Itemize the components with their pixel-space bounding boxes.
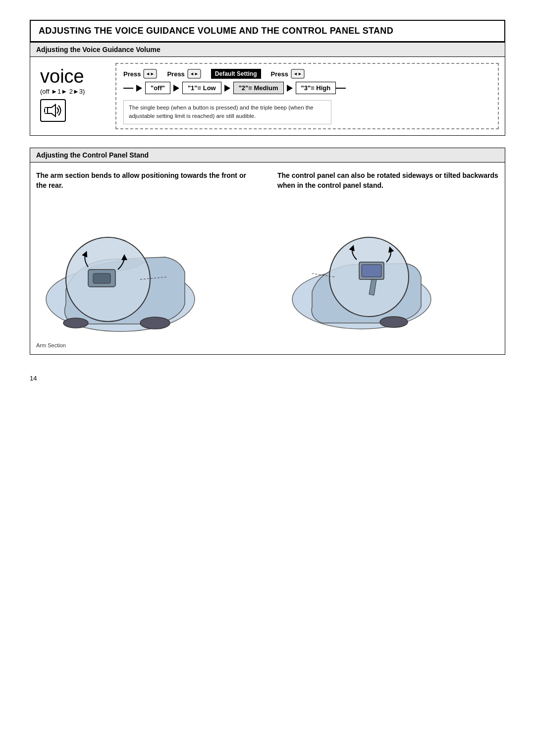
press-label-3: Press: [271, 70, 288, 78]
voice-icon-box: [40, 99, 66, 122]
voice-guidance-layout: voice (off ►1► 2►3): [36, 63, 499, 129]
voice-guidance-content: voice (off ►1► 2►3): [30, 57, 505, 135]
voice-left-panel: voice (off ►1► 2►3): [36, 63, 115, 126]
voice-right-dashed: Press ◄► Press ◄►: [115, 63, 499, 129]
control-layout: The arm section bends to allow positioni…: [30, 162, 505, 355]
setting-1-low: "1"= Low: [182, 82, 221, 94]
voice-note: The single beep (when a button is presse…: [123, 100, 331, 124]
arrow-1: [136, 85, 142, 92]
press-label-2: Press: [167, 70, 184, 78]
arrow-4: [287, 85, 293, 92]
svg-text:◄►: ◄►: [146, 71, 155, 76]
press-top-row: Press ◄► Press ◄►: [123, 69, 491, 79]
voice-sequence: (off ►1► 2►3): [40, 88, 111, 95]
voice-guidance-header: Adjusting the Voice Guidance Volume: [30, 43, 505, 57]
panel-rotate-illustration: [277, 200, 499, 340]
arrow-3: [224, 85, 230, 92]
arm-bend-svg: [36, 200, 205, 339]
dash-end2: [341, 88, 346, 89]
settings-arrow-row: "off" "1"= Low "2"= Medium "3"= High: [123, 82, 491, 94]
dash-start: [123, 88, 128, 89]
arrow-2: [173, 85, 179, 92]
control-right-text: The control panel can also be rotated si…: [277, 170, 499, 191]
setting-3-high: "3"= High: [296, 82, 336, 94]
press-item-3: Press ◄►: [271, 69, 305, 79]
setting-2-medium: "2"= Medium: [233, 82, 284, 94]
speaker-icon: [44, 103, 62, 118]
voice-word: voice: [40, 67, 111, 86]
voice-guidance-section: Adjusting the Voice Guidance Volume voic…: [30, 42, 505, 136]
dash-start2: [128, 88, 133, 89]
control-left-text: The arm section bends to allow positioni…: [36, 170, 258, 191]
panel-rotate-svg: [277, 200, 446, 339]
control-panel-section: Adjusting the Control Panel Stand The ar…: [30, 148, 505, 355]
press-item-1: Press ◄►: [123, 69, 157, 79]
page-number: 14: [30, 375, 505, 382]
dash-end: [336, 88, 341, 89]
setting-off: "off": [145, 82, 170, 94]
control-panel-header: Adjusting the Control Panel Stand: [30, 148, 505, 162]
control-text-row: The arm section bends to allow positioni…: [36, 170, 499, 191]
arm-section-illustration: Arm Section: [36, 200, 258, 348]
press-button-icon-3: ◄►: [291, 69, 305, 79]
svg-marker-0: [48, 105, 55, 116]
default-setting-badge: Default Setting: [211, 69, 261, 79]
arm-section-label: Arm Section: [36, 342, 258, 348]
svg-text:◄►: ◄►: [190, 71, 199, 76]
svg-rect-13: [93, 273, 110, 283]
svg-point-16: [63, 318, 88, 328]
press-label-1: Press: [123, 70, 141, 78]
svg-rect-20: [362, 265, 381, 277]
svg-point-15: [140, 317, 170, 329]
svg-point-22: [380, 317, 408, 327]
control-images-row: Arm Section: [36, 200, 499, 348]
main-title: ADJUSTING THE VOICE GUIDANCE VOLUME AND …: [30, 20, 505, 42]
press-button-icon-2: ◄►: [187, 69, 201, 79]
press-item-2: Press ◄►: [167, 69, 201, 79]
press-button-icon-1: ◄►: [143, 69, 157, 79]
svg-text:◄►: ◄►: [293, 71, 302, 76]
